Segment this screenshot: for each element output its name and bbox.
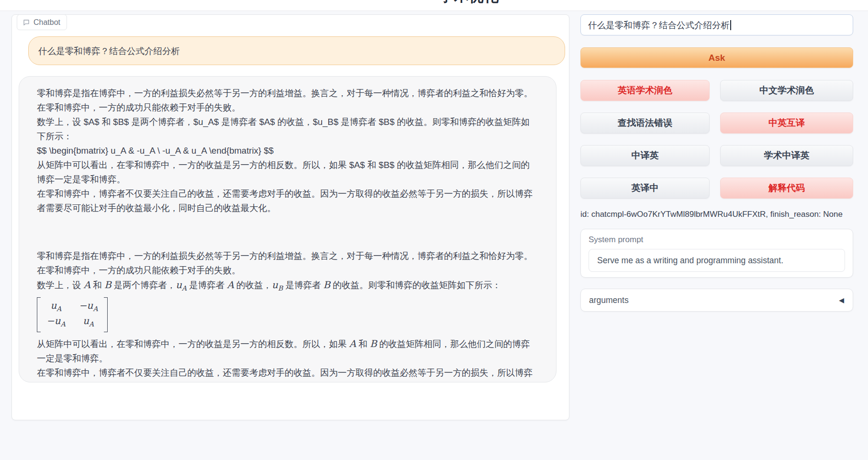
collapse-left-arrow-icon: ◀ (839, 296, 844, 304)
app-root: 学术优化 Chatbot 什么是零和博弈？结合公式介绍分析 零和博弈是指在博弈中… (0, 0, 868, 460)
chat-bubble-icon (22, 19, 30, 26)
btn-chinese-academic-polish[interactable]: 中文学术润色 (720, 80, 853, 101)
btn-label: 解释代码 (768, 183, 805, 193)
matrix-body: uA−uA−uAuA (41, 297, 104, 332)
btn-zh-to-en[interactable]: 中译英 (580, 145, 710, 166)
btn-label: 英语学术润色 (618, 85, 672, 95)
bot-message-bubble: 零和博弈是指在博弈中，一方的利益损失必然等于另一方的利益增益。换言之，对于每一种… (19, 76, 556, 382)
page-header: 学术优化 (0, 0, 868, 11)
bot-message-raw-markdown: 零和博弈是指在博弈中，一方的利益损失必然等于另一方的利益增益。换言之，对于每一种… (37, 86, 538, 215)
arguments-accordion-label: arguments (589, 295, 629, 305)
btn-explain-code[interactable]: 解释代码 (720, 178, 853, 199)
btn-find-grammar-errors[interactable]: 查找语法错误 (580, 112, 710, 134)
chatbot-panel: Chatbot 什么是零和博弈？结合公式介绍分析 零和博弈是指在博弈中，一方的利… (11, 14, 569, 420)
rendered-paragraph-4: 在零和博弈中，博弈者不仅要关注自己的收益，还需要考虑对手的收益。因为一方取得的收… (37, 366, 538, 382)
btn-english-academic-polish[interactable]: 英语学术润色 (580, 80, 710, 101)
btn-en-to-zh[interactable]: 英译中 (580, 178, 710, 199)
response-status-line: id: chatcmpl-6wOo7KrYTwMl89lbrMWRu4UkFFX… (580, 210, 853, 219)
btn-label: 查找语法错误 (618, 118, 672, 128)
matrix-left-bracket (37, 297, 41, 332)
chatbot-label-text: Chatbot (33, 18, 60, 27)
rendered-paragraph-3: 从矩阵中可以看出，在零和博弈中，一方的收益是另一方的相反数。所以，如果 A 和 … (37, 337, 538, 366)
btn-academic-zh-to-en[interactable]: 学术中译英 (720, 145, 853, 166)
btn-label: 中译英 (632, 150, 659, 160)
question-input-value: 什么是零和博弈？结合公式介绍分析 (588, 19, 730, 31)
system-prompt-value: Serve me as a writing and programming as… (597, 256, 783, 266)
user-message-bubble: 什么是零和博弈？结合公式介绍分析 (28, 36, 565, 65)
system-prompt-input[interactable]: Serve me as a writing and programming as… (589, 249, 845, 272)
arguments-accordion-header[interactable]: arguments ◀ (580, 289, 853, 312)
text-caret (730, 20, 731, 30)
ask-button[interactable]: Ask (580, 47, 853, 68)
matrix-right-bracket (104, 297, 108, 332)
btn-zh-en-mutual-translate[interactable]: 中英互译 (720, 112, 853, 134)
system-prompt-panel: System prompt Serve me as a writing and … (580, 229, 853, 278)
btn-label: 英译中 (632, 183, 659, 193)
user-message-text: 什么是零和博弈？结合公式介绍分析 (38, 45, 180, 57)
chatbot-label: Chatbot (17, 14, 67, 30)
rendered-paragraph-1: 零和博弈是指在博弈中，一方的利益损失必然等于另一方的利益增益。换言之，对于每一种… (37, 249, 538, 278)
quick-buttons-grid: 英语学术润色 中文学术润色 查找语法错误 中英互译 中译英 学术中译英 英译中 … (580, 80, 853, 199)
rendered-matrix: uA−uA−uAuA (37, 295, 538, 337)
btn-label: 学术中译英 (764, 150, 810, 160)
rendered-paragraph-2: 数学上，设 A 和 B 是两个博弈者，uA 是博弈者 A 的收益，uB 是博弈者… (37, 278, 538, 295)
bot-message-rendered: 零和博弈是指在博弈中，一方的利益损失必然等于另一方的利益增益。换言之，对于每一种… (37, 249, 538, 382)
question-input[interactable]: 什么是零和博弈？结合公式介绍分析 (580, 14, 853, 35)
system-prompt-label: System prompt (589, 235, 845, 245)
btn-label: 中英互译 (768, 118, 805, 128)
page-title-clipped: 学术优化 (439, 0, 499, 5)
btn-label: 中文学术润色 (759, 85, 814, 95)
